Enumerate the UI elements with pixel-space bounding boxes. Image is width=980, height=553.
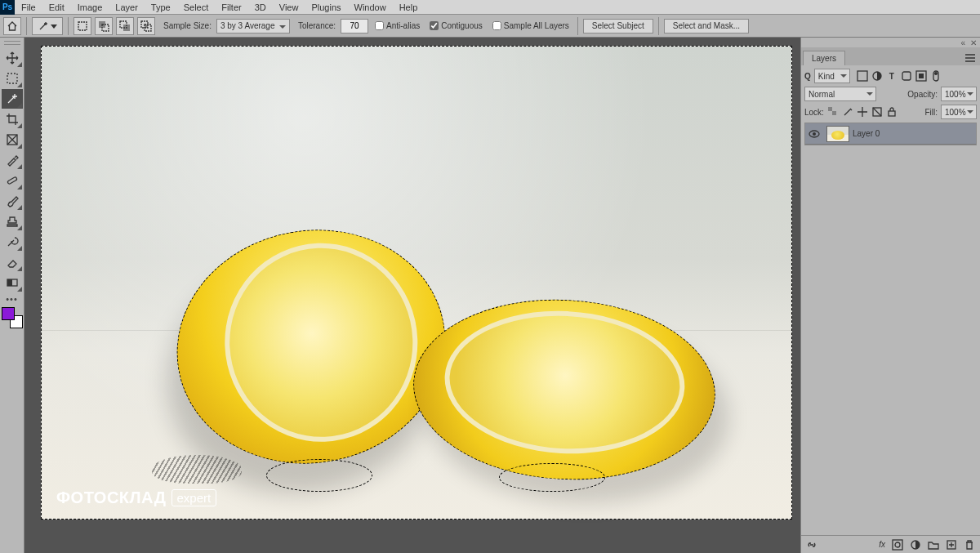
frame-tool[interactable] [2,130,23,149]
lock-position-icon[interactable] [857,106,868,118]
menu-layer[interactable]: Layer [109,0,145,15]
selection-outline [499,463,605,492]
group-icon[interactable] [928,539,939,551]
sample-all-checkbox[interactable]: Sample All Layers [492,21,569,30]
layer-filter-icons: T [857,70,942,82]
menu-bar: Ps File Edit Image Layer Type Select Fil… [0,0,980,15]
menu-type[interactable]: Type [145,0,177,15]
new-layer-icon[interactable] [946,539,957,551]
svg-rect-13 [858,71,867,81]
sample-size-select[interactable]: 3 by 3 Average [216,19,290,33]
lock-transparency-icon[interactable] [827,106,839,118]
svg-rect-17 [919,74,924,78]
menu-help[interactable]: Help [393,0,425,15]
add-selection-button[interactable] [95,17,113,35]
svg-rect-7 [145,25,148,28]
close-icon[interactable]: ✕ [970,38,977,47]
anti-alias-checkbox[interactable]: Anti-alias [375,21,420,30]
history-brush-tool[interactable] [2,232,23,252]
menu-3d[interactable]: 3D [248,0,273,15]
adjustment-filter-icon[interactable] [871,70,883,82]
pixel-filter-icon[interactable] [857,70,868,82]
panel-controls: « ✕ [801,38,980,47]
color-swatches[interactable] [2,307,23,328]
layer-name[interactable]: Layer 0 [853,129,880,138]
subtract-selection-button[interactable] [116,17,134,35]
right-panels: « ✕ Layers Q Kind T [800,38,980,553]
move-tool[interactable] [2,48,23,68]
filter-kind-value: Kind [818,72,835,81]
menu-image[interactable]: Image [71,0,109,15]
menu-filter[interactable]: Filter [215,0,247,15]
trash-icon[interactable] [964,539,975,551]
opacity-select[interactable]: 100% [941,87,977,101]
lock-artboard-icon[interactable] [871,106,883,118]
panel-tabs: Layers [801,47,980,65]
selection-intersect-icon [140,20,152,32]
menu-plugins[interactable]: Plugins [305,0,347,15]
mask-icon[interactable] [892,539,903,551]
panel-grip[interactable] [0,41,24,47]
tolerance-input[interactable] [341,19,368,33]
document-canvas[interactable]: ФОТОСКЛАД expert [41,46,792,520]
tab-layers[interactable]: Layers [803,51,845,65]
layer-thumbnail[interactable] [826,126,849,142]
link-layers-icon[interactable] [806,539,817,551]
svg-rect-26 [893,540,902,550]
magic-wand-icon [38,20,49,32]
menu-select[interactable]: Select [177,0,216,15]
magic-wand-tool[interactable] [2,89,23,109]
hamburger-icon [965,54,975,62]
contiguous-label: Contiguous [441,21,483,30]
layers-panel: Q Kind T Normal Opacity: [801,65,980,535]
separator [68,17,69,35]
crop-tool[interactable] [2,109,23,129]
menu-window[interactable]: Window [348,0,393,15]
brush-tool[interactable] [2,191,23,211]
separator [577,17,578,35]
filter-kind-select[interactable]: Kind [814,69,850,83]
lock-pixels-icon[interactable] [842,106,853,118]
collapse-icon[interactable]: « [960,38,965,47]
tool-preset-picker[interactable] [32,17,63,35]
panel-menu-icon[interactable] [960,51,980,65]
shape-filter-icon[interactable] [901,70,912,82]
foreground-color[interactable] [2,307,15,320]
fill-select[interactable]: 100% [941,105,977,119]
layer-row[interactable]: Layer 0 [805,123,976,145]
marquee-tool[interactable] [2,69,23,88]
search-icon: Q [804,72,811,81]
tolerance-label: Tolerance: [298,21,336,30]
smart-filter-icon[interactable] [915,70,927,82]
svg-rect-23 [889,111,895,116]
tools-panel: ••• [0,38,24,553]
intersect-selection-button[interactable] [137,17,155,35]
fill-value: 100% [945,108,966,117]
adjustment-layer-icon[interactable] [910,539,921,551]
filter-toggle-icon[interactable] [930,70,942,82]
blend-mode-select[interactable]: Normal [804,87,876,101]
watermark: ФОТОСКЛАД expert [56,488,216,507]
menu-view[interactable]: View [273,0,305,15]
menu-file[interactable]: File [15,0,42,15]
select-subject-button[interactable]: Select Subject [583,19,653,33]
new-selection-button[interactable] [74,17,91,35]
workspace: ••• ФОТОСКЛАД expert « ✕ Layers [0,38,980,553]
type-filter-icon[interactable]: T [886,70,898,82]
clone-stamp-tool[interactable] [2,212,23,231]
gradient-tool[interactable] [2,273,23,292]
lock-all-icon[interactable] [886,106,898,118]
select-and-mask-button[interactable]: Select and Mask... [664,19,749,33]
home-button[interactable] [3,17,21,35]
eraser-tool[interactable] [2,252,23,272]
contiguous-checkbox[interactable]: Contiguous [430,21,483,30]
fx-icon[interactable]: fx [879,540,885,549]
healing-brush-tool[interactable] [2,171,23,190]
canvas-area[interactable]: ФОТОСКЛАД expert [24,38,800,553]
lock-icons [827,106,898,118]
eyedropper-tool[interactable] [2,150,23,170]
menu-edit[interactable]: Edit [42,0,71,15]
selection-hatch [152,455,242,484]
visibility-toggle[interactable] [805,128,823,140]
more-tools[interactable]: ••• [0,294,24,304]
